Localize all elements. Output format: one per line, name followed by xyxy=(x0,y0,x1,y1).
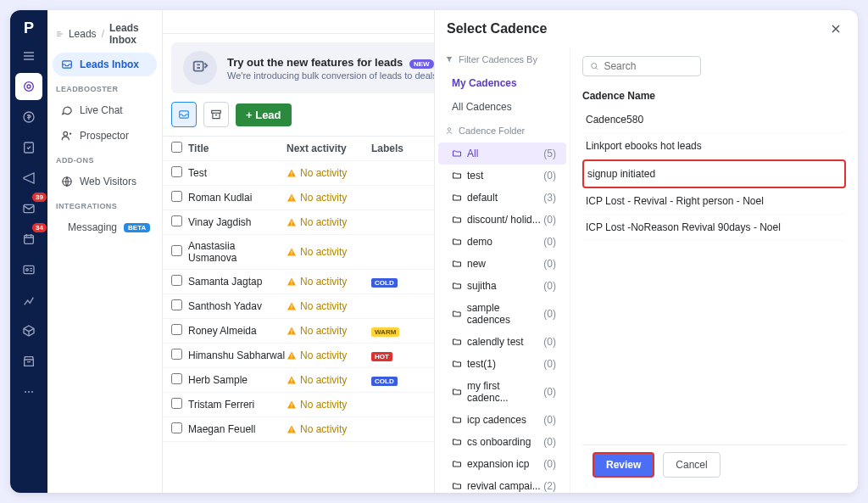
review-button[interactable]: Review xyxy=(593,452,654,478)
breadcrumb: Leads / Leads Inbox xyxy=(47,17,162,51)
section-integrations: INTEGRATIONS xyxy=(47,195,162,214)
sidebar-item-web-visitors[interactable]: Web Visitors xyxy=(53,170,157,193)
svg-rect-33 xyxy=(292,355,292,357)
folder-name: expansion icp xyxy=(467,458,529,470)
cadence-item[interactable]: ICP Lost - Revival - Right person - Noel xyxy=(582,188,846,215)
svg-point-7 xyxy=(26,269,29,271)
svg-rect-19 xyxy=(292,172,292,175)
folder-count: (0) xyxy=(543,458,556,470)
svg-rect-22 xyxy=(292,200,292,201)
folder-item[interactable]: revival campai...(2) xyxy=(438,475,566,493)
folder-count: (3) xyxy=(543,192,556,204)
folder-count: (5) xyxy=(543,148,556,159)
folder-item[interactable]: new(0) xyxy=(438,253,566,275)
folder-item[interactable]: calendly test(0) xyxy=(438,331,566,353)
rail-money[interactable] xyxy=(15,103,42,131)
folder-item[interactable]: icp cadences(0) xyxy=(438,409,566,431)
cadence-item[interactable]: ICP Lost -NoReason Revival 90days - Noel xyxy=(582,215,846,241)
folder-name: icp cadences xyxy=(467,414,526,426)
folder-item[interactable]: expansion icp(0) xyxy=(438,453,566,475)
view-archive-button[interactable] xyxy=(203,102,229,127)
nav-rail: P 39 34 xyxy=(10,10,47,493)
folder-item[interactable]: sample cadences(0) xyxy=(438,297,566,331)
rail-check[interactable] xyxy=(15,134,42,161)
svg-rect-23 xyxy=(292,221,292,224)
folder-item[interactable]: All(5) xyxy=(438,143,566,165)
rail-store[interactable] xyxy=(15,348,42,375)
lead-title: Maegan Feuell xyxy=(188,423,287,435)
lead-title: Anastasiia Usmanova xyxy=(188,240,287,264)
tab-all-cadences[interactable]: All Cadences xyxy=(435,95,570,119)
view-inbox-button[interactable] xyxy=(171,102,197,127)
rail-focus[interactable] xyxy=(15,73,42,100)
sidebar-item-leads-inbox[interactable]: Leads Inbox xyxy=(53,53,157,76)
col-activity[interactable]: Next activity xyxy=(287,143,371,154)
row-checkbox[interactable] xyxy=(171,398,182,409)
cadence-item[interactable]: Cadence580 xyxy=(582,107,846,133)
row-checkbox[interactable] xyxy=(171,191,182,202)
rail-reports[interactable] xyxy=(15,287,42,314)
rail-mail[interactable]: 39 xyxy=(15,195,42,222)
folder-name: demo xyxy=(467,236,492,248)
sidebar-item-messaging[interactable]: MessagingBETA xyxy=(53,215,157,239)
row-checkbox[interactable] xyxy=(171,166,182,177)
close-icon[interactable] xyxy=(826,19,846,39)
row-checkbox[interactable] xyxy=(171,324,182,335)
label-badge: COLD xyxy=(371,278,398,288)
rail-more[interactable] xyxy=(15,378,42,405)
sidebar-item-live-chat[interactable]: Live Chat xyxy=(53,98,157,122)
folder-count: (0) xyxy=(543,414,556,426)
svg-rect-21 xyxy=(292,197,292,199)
rail-calendar[interactable]: 34 xyxy=(15,226,42,253)
row-checkbox[interactable] xyxy=(171,299,182,310)
folder-name: sample cadences xyxy=(467,302,544,326)
cadence-item[interactable]: Linkport ebooks hot leads xyxy=(582,133,846,159)
cadence-search-input[interactable] xyxy=(604,60,693,72)
rail-menu[interactable] xyxy=(15,42,42,70)
folder-item[interactable]: discount/ holid...(0) xyxy=(438,209,566,231)
rail-contacts[interactable] xyxy=(15,256,42,283)
rail-campaign[interactable] xyxy=(15,165,42,192)
rail-box[interactable] xyxy=(15,317,42,344)
folder-item[interactable]: default(3) xyxy=(438,187,566,209)
lead-title: Tristam Ferreri xyxy=(188,399,287,411)
cancel-button[interactable]: Cancel xyxy=(663,452,720,478)
folder-count: (0) xyxy=(543,358,556,370)
add-lead-button[interactable]: + Lead xyxy=(236,103,292,126)
folder-name: test xyxy=(467,170,483,182)
breadcrumb-root[interactable]: Leads xyxy=(69,28,97,40)
svg-rect-34 xyxy=(292,358,292,359)
svg-point-42 xyxy=(592,64,597,69)
folder-item[interactable]: my first cadenc...(0) xyxy=(438,375,566,409)
svg-rect-36 xyxy=(292,383,292,383)
folder-item[interactable]: demo(0) xyxy=(438,231,566,253)
lead-title: Test xyxy=(188,167,287,179)
activity-text: No activity xyxy=(300,300,347,312)
svg-rect-26 xyxy=(292,254,292,255)
cadence-search[interactable] xyxy=(582,56,701,76)
folder-item[interactable]: sujitha(0) xyxy=(438,275,566,297)
filter-heading: Filter Cadences By xyxy=(435,48,570,71)
row-checkbox[interactable] xyxy=(171,215,182,226)
cadence-item[interactable]: signup initiated xyxy=(582,159,846,188)
row-checkbox[interactable] xyxy=(171,422,182,433)
folder-name: sujitha xyxy=(467,280,497,292)
col-labels[interactable]: Labels xyxy=(371,143,422,154)
row-checkbox[interactable] xyxy=(171,245,182,256)
folder-item[interactable]: test(0) xyxy=(438,165,566,187)
tab-my-cadences[interactable]: My Cadences xyxy=(435,71,570,95)
row-checkbox[interactable] xyxy=(171,275,182,286)
row-checkbox[interactable] xyxy=(171,373,182,384)
folder-item[interactable]: test(1)(0) xyxy=(438,353,566,375)
warning-icon xyxy=(287,326,297,336)
folder-name: discount/ holid... xyxy=(467,214,541,226)
folder-name: test(1) xyxy=(467,358,496,370)
row-checkbox[interactable] xyxy=(171,349,182,360)
folder-icon xyxy=(452,359,462,369)
col-title[interactable]: Title xyxy=(188,143,287,154)
folder-item[interactable]: cs onboarding(0) xyxy=(438,431,566,453)
activity-text: No activity xyxy=(300,246,347,258)
sidebar-item-prospector[interactable]: Prospector xyxy=(53,124,157,148)
select-all-checkbox[interactable] xyxy=(171,142,182,153)
lead-title: Herb Sample xyxy=(188,374,287,386)
